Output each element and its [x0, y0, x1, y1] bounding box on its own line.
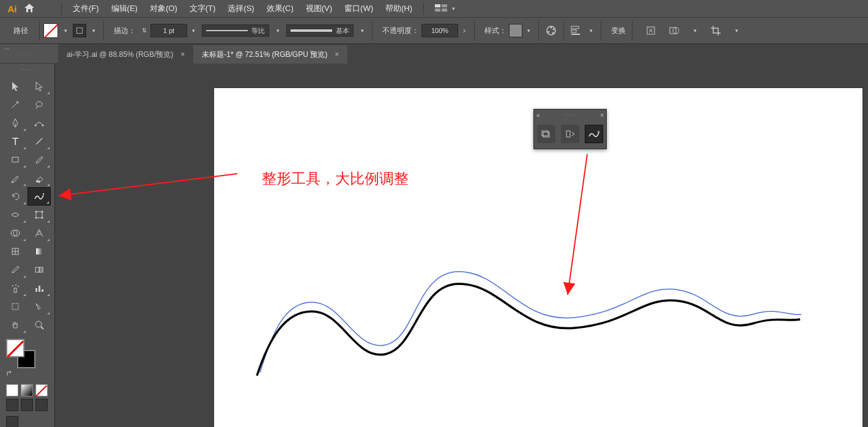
divider [423, 2, 424, 15]
column-graph-tool[interactable] [28, 279, 51, 297]
panel-btn-align[interactable] [561, 125, 579, 143]
paintbrush-tool[interactable] [28, 150, 51, 169]
svg-rect-33 [39, 267, 43, 272]
lasso-tool[interactable] [28, 95, 51, 114]
menu-select[interactable]: 选择(S) [221, 3, 260, 14]
draw-behind[interactable] [21, 399, 33, 411]
color-solid[interactable] [6, 384, 18, 396]
zoom-tool[interactable] [28, 316, 51, 334]
chevron-down-icon[interactable]: ▾ [525, 28, 532, 34]
style-label: 样式： [478, 26, 509, 36]
stroke-weight-field[interactable]: 1 pt [150, 24, 187, 37]
chevron-down-icon[interactable]: ▾ [274, 28, 281, 34]
svg-rect-2 [435, 9, 440, 12]
blend-tool[interactable] [28, 261, 51, 279]
line-segment-tool[interactable] [28, 132, 51, 150]
mask-icon[interactable] [666, 22, 683, 39]
gradient-tool[interactable] [28, 242, 51, 261]
brush-definition[interactable]: 基本 [286, 24, 354, 37]
document-tab[interactable]: 未标题-1* @ 72.51% (RGB/GPU 预览) × [193, 45, 347, 64]
svg-rect-48 [566, 131, 570, 137]
panel-grip[interactable]: ⋯⋯ [544, 112, 597, 118]
menu-view[interactable]: 视图(V) [300, 3, 338, 14]
pencil-tool[interactable] [4, 169, 27, 187]
variable-width-profile[interactable]: 等比 [202, 24, 269, 37]
panel-btn-reshape[interactable] [585, 125, 603, 143]
type-tool[interactable] [4, 132, 27, 150]
more-arrow-icon[interactable]: › [458, 26, 470, 35]
graphic-style-swatch[interactable] [509, 24, 522, 37]
menu-object[interactable]: 对象(O) [144, 3, 184, 14]
svg-point-23 [41, 211, 43, 213]
slice-tool[interactable] [28, 297, 51, 316]
transform-label[interactable]: 变换 [605, 26, 628, 36]
svg-line-44 [59, 174, 237, 196]
perspective-grid-tool[interactable] [28, 224, 51, 242]
rotate-tool[interactable] [4, 187, 27, 206]
shape-builder-tool[interactable] [4, 224, 27, 242]
eraser-tool[interactable] [28, 169, 51, 187]
pen-tool[interactable] [4, 114, 27, 132]
direct-selection-tool[interactable] [28, 77, 51, 95]
free-transform-tool[interactable] [28, 206, 51, 224]
artboard-tool[interactable] [4, 297, 27, 316]
chevron-down-icon[interactable]: ▾ [62, 28, 69, 34]
opacity-field[interactable]: 100% [421, 24, 458, 37]
document-tabs: ai-学习.ai @ 88.85% (RGB/预览) × 未标题-1* @ 72… [58, 44, 868, 64]
panel-collapse-icon[interactable]: « [536, 112, 540, 119]
stepper-icon[interactable]: ⇅ [141, 28, 148, 34]
selection-tool[interactable] [4, 77, 27, 95]
menu-file[interactable]: 文件(F) [67, 3, 105, 14]
width-tool[interactable] [4, 206, 27, 224]
color-none[interactable] [35, 384, 48, 396]
recolor-artwork-icon[interactable] [543, 22, 560, 39]
chevron-down-icon[interactable]: ▾ [450, 6, 457, 12]
fill-swatch[interactable] [43, 23, 58, 38]
magic-wand-tool[interactable] [4, 95, 27, 114]
svg-rect-32 [35, 267, 39, 272]
floating-reshape-panel[interactable]: « ⋯⋯ × [533, 109, 607, 149]
crop-icon[interactable] [707, 22, 724, 39]
menu-help[interactable]: 帮助(H) [379, 3, 418, 14]
chevron-down-icon[interactable]: ▾ [587, 28, 595, 34]
home-icon[interactable] [21, 4, 38, 14]
menu-effect[interactable]: 效果(C) [261, 3, 300, 14]
chevron-down-icon[interactable]: ▾ [90, 28, 97, 34]
color-gradient[interactable] [21, 384, 33, 396]
svg-rect-1 [442, 4, 447, 7]
close-icon[interactable]: × [335, 50, 339, 59]
menu-type[interactable]: 文字(T) [184, 3, 222, 14]
draw-inside[interactable] [35, 399, 48, 411]
hand-tool[interactable] [4, 316, 27, 334]
panel-dock-grip[interactable]: •• ······ [0, 44, 58, 64]
close-icon[interactable]: × [600, 112, 604, 119]
chevron-down-icon[interactable]: ▾ [190, 28, 197, 34]
mesh-tool[interactable] [4, 242, 27, 261]
workspace-switcher-icon[interactable] [435, 4, 447, 13]
reshape-tool[interactable] [28, 187, 51, 206]
menu-edit[interactable]: 编辑(E) [105, 3, 144, 14]
screen-mode[interactable] [6, 416, 18, 427]
panel-btn-layers[interactable] [537, 125, 555, 143]
document-viewport[interactable]: 整形工具，大比例调整 [55, 64, 868, 427]
stroke-swatch[interactable] [73, 24, 86, 37]
chevron-down-icon[interactable]: ▾ [691, 22, 699, 39]
draw-normal[interactable] [6, 399, 18, 411]
control-bar: 路径 ▾ ▾ 描边： ⇅ 1 pt ▾ 等比 ▾ 基本 ▾ 不透明度： 100%… [0, 17, 868, 44]
curvature-tool[interactable] [28, 114, 51, 132]
rectangle-tool[interactable] [4, 150, 27, 169]
chevron-down-icon[interactable]: ▾ [733, 22, 740, 39]
close-icon[interactable]: × [180, 50, 185, 59]
chevron-down-icon[interactable]: ▾ [358, 28, 366, 34]
eyedropper-tool[interactable] [4, 261, 27, 279]
document-tab[interactable]: ai-学习.ai @ 88.85% (RGB/预览) × [58, 45, 193, 64]
symbol-sprayer-tool[interactable] [4, 279, 27, 297]
svg-rect-10 [571, 30, 576, 32]
svg-rect-39 [39, 286, 40, 292]
panel-grip[interactable]: ⋯⋯ [0, 64, 54, 76]
fill-stroke-swatch[interactable] [0, 335, 54, 372]
align-panel-icon[interactable] [568, 22, 585, 39]
menu-window[interactable]: 窗口(W) [338, 3, 379, 14]
stroke-label: 描边： [108, 26, 138, 36]
isolate-icon[interactable] [642, 22, 659, 39]
